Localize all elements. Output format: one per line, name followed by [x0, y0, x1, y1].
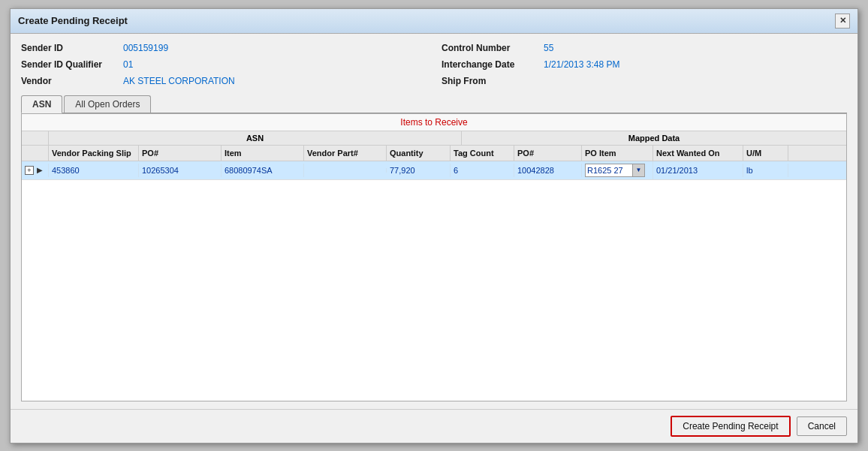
interchange-date-label: Interchange Date	[442, 59, 539, 70]
row-arrow-icon: ▶	[37, 166, 43, 174]
title-bar: Create Pending Receipt ✕	[11, 9, 857, 34]
cell-next-wanted-on: 01/21/2013	[653, 164, 743, 177]
col-header-uom: U/M	[743, 146, 788, 161]
col-header-quantity: Quantity	[387, 146, 451, 161]
col-header-next-wanted-on: Next Wanted On	[653, 146, 743, 161]
dialog-title: Create Pending Receipt	[18, 15, 128, 26]
col-header-po-item: PO Item	[582, 146, 653, 161]
cell-po-item[interactable]: R1625 27 ▼	[582, 161, 653, 179]
items-to-receive-header: Items to Receive	[22, 114, 846, 131]
cell-item: 68080974SA	[222, 164, 304, 177]
expand-icon[interactable]: +	[25, 166, 34, 175]
sender-id-value: 005159199	[123, 43, 168, 53]
column-headers: Vendor Packing Slip PO# Item Vendor Part…	[22, 146, 846, 161]
col-header-item: Item	[222, 146, 304, 161]
grid-container: Items to Receive ASN Mapped Data Vendor …	[21, 113, 847, 401]
ship-from-row: Ship From	[442, 74, 847, 88]
po-item-dropdown[interactable]: R1625 27 ▼	[585, 164, 645, 177]
sender-id-row: Sender ID 005159199	[21, 41, 426, 55]
interchange-date-value: 1/21/2013 3:48 PM	[544, 59, 619, 70]
expand-cell[interactable]: + ▶	[22, 164, 49, 177]
cell-vendor-packing-slip: 453860	[49, 164, 139, 177]
cancel-button[interactable]: Cancel	[797, 416, 847, 436]
ship-from-label: Ship From	[442, 76, 539, 86]
cell-tag-count: 6	[451, 164, 514, 177]
sender-id-label: Sender ID	[21, 43, 119, 53]
column-groups-row: ASN Mapped Data	[22, 131, 846, 146]
po-item-value: R1625 27	[586, 166, 632, 175]
col-header-mapped-po: PO#	[514, 146, 582, 161]
cell-vendor-part	[304, 168, 387, 173]
tabs-section: ASN All Open Orders	[21, 95, 847, 113]
sender-qualifier-label: Sender ID Qualifier	[21, 59, 119, 70]
po-item-dropdown-arrow[interactable]: ▼	[632, 164, 644, 176]
cell-uom: lb	[743, 164, 788, 177]
control-number-value: 55	[544, 43, 553, 53]
create-pending-receipt-button[interactable]: Create Pending Receipt	[671, 416, 790, 437]
vendor-row: Vendor AK STEEL CORPORATION	[21, 74, 426, 88]
fields-section: Sender ID 005159199 Control Number 55 Se…	[21, 41, 847, 88]
col-header-vendor-part: Vendor Part#	[304, 146, 387, 161]
col-header-tag-count: Tag Count	[451, 146, 514, 161]
interchange-date-row: Interchange Date 1/21/2013 3:48 PM	[442, 58, 847, 71]
tab-all-open-orders[interactable]: All Open Orders	[64, 95, 151, 113]
cell-quantity: 77,920	[387, 164, 451, 177]
tab-asn[interactable]: ASN	[21, 95, 62, 113]
col-header-vendor-packing-slip: Vendor Packing Slip	[49, 146, 139, 161]
vendor-value: AK STEEL CORPORATION	[123, 76, 235, 86]
cell-po-number: 10265304	[139, 164, 222, 177]
dialog-content: Sender ID 005159199 Control Number 55 Se…	[11, 34, 857, 409]
col-header-po-number: PO#	[139, 146, 222, 161]
create-pending-receipt-dialog: Create Pending Receipt ✕ Sender ID 00515…	[10, 8, 858, 443]
close-button[interactable]: ✕	[835, 14, 850, 29]
footer: Create Pending Receipt Cancel	[11, 409, 857, 443]
col-header-expand	[22, 146, 49, 161]
sender-qualifier-row: Sender ID Qualifier 01	[21, 58, 426, 71]
cell-mapped-po: 10042828	[514, 164, 582, 177]
empty-group	[22, 131, 49, 145]
mapped-group-label: Mapped Data	[462, 131, 846, 145]
control-number-label: Control Number	[442, 43, 539, 53]
table-row: + ▶ 453860 10265304 68080974SA 77,920 6 …	[22, 161, 846, 180]
asn-group-label: ASN	[49, 131, 462, 145]
control-number-row: Control Number 55	[442, 41, 847, 55]
sender-qualifier-value: 01	[123, 59, 133, 70]
vendor-label: Vendor	[21, 76, 119, 86]
